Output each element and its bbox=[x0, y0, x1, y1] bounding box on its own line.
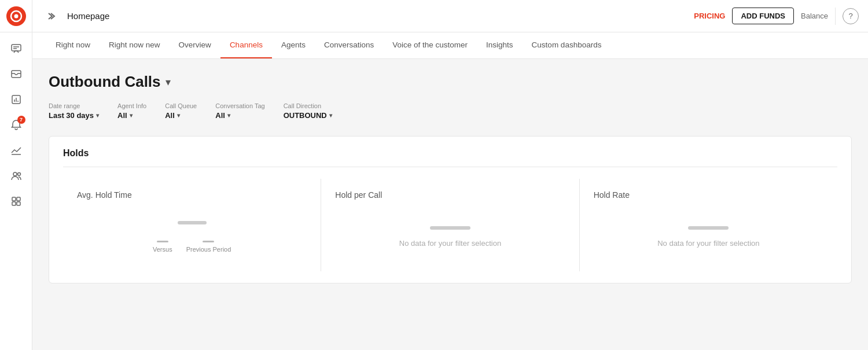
page-body: Outbound Calls ▾ Date range Last 30 days… bbox=[32, 59, 868, 350]
filter-call-direction-label: Call Direction bbox=[284, 102, 332, 109]
hold-rate-no-data: No data for your filter selection bbox=[657, 239, 759, 248]
svg-rect-16 bbox=[17, 202, 20, 205]
avg-hold-time-sub-row: Versus Previous Period bbox=[153, 241, 231, 253]
title-dropdown-icon[interactable]: ▾ bbox=[165, 76, 171, 89]
filter-call-direction-value[interactable]: OUTBOUND ▾ bbox=[284, 111, 332, 120]
logo-icon bbox=[6, 6, 26, 26]
holds-section-title: Holds bbox=[63, 148, 837, 167]
filter-agent-info-value[interactable]: All ▾ bbox=[117, 111, 146, 120]
tab-voice-of-customer[interactable]: Voice of the customer bbox=[383, 32, 477, 58]
balance-label: Balance bbox=[801, 12, 828, 20]
filter-call-queue: Call Queue All ▾ bbox=[165, 102, 197, 120]
svg-rect-13 bbox=[12, 197, 16, 201]
filter-conversation-tag: Conversation Tag All ▾ bbox=[215, 102, 264, 120]
pricing-link[interactable]: PRICING bbox=[694, 12, 725, 20]
sidebar-item-reports[interactable] bbox=[5, 88, 28, 111]
top-header: Homepage PRICING ADD FUNDS Balance ? bbox=[32, 0, 868, 32]
sidebar-logo[interactable] bbox=[0, 0, 32, 32]
tab-custom-dashboards[interactable]: Custom dashboards bbox=[523, 32, 611, 58]
metric-hold-per-call-title: Hold per Call bbox=[335, 190, 382, 200]
sidebar-item-analytics[interactable] bbox=[5, 139, 28, 162]
page-title: Outbound Calls bbox=[49, 73, 161, 91]
page-title-row: Outbound Calls ▾ bbox=[49, 73, 852, 91]
avg-hold-time-bar bbox=[178, 221, 207, 224]
svg-point-11 bbox=[13, 172, 17, 176]
notification-badge: 7 bbox=[17, 116, 25, 124]
svg-point-1 bbox=[14, 14, 18, 18]
expand-sidebar-button[interactable] bbox=[42, 7, 60, 25]
tab-overview[interactable]: Overview bbox=[170, 32, 220, 58]
header-divider bbox=[835, 8, 836, 25]
filter-conversation-tag-chevron: ▾ bbox=[227, 112, 230, 119]
sidebar-item-inbox[interactable] bbox=[5, 62, 28, 86]
metric-hold-rate-title: Hold Rate bbox=[594, 190, 630, 200]
previous-period-label: Previous Period bbox=[186, 246, 231, 253]
metric-hold-rate-content: No data for your filter selection bbox=[594, 213, 823, 260]
help-button[interactable]: ? bbox=[843, 8, 859, 24]
add-funds-button[interactable]: ADD FUNDS bbox=[732, 8, 794, 24]
filter-date-range: Date range Last 30 days ▾ bbox=[49, 102, 99, 120]
tab-right-now[interactable]: Right now bbox=[46, 32, 100, 58]
filter-date-range-value[interactable]: Last 30 days ▾ bbox=[49, 111, 99, 120]
metric-avg-hold-time-title: Avg. Hold Time bbox=[77, 190, 132, 200]
page-title-header: Homepage bbox=[67, 11, 687, 21]
tabs-bar: Right now Right now new Overview Channel… bbox=[32, 32, 868, 59]
filter-conversation-tag-label: Conversation Tag bbox=[215, 102, 264, 109]
tab-insights[interactable]: Insights bbox=[477, 32, 523, 58]
metric-hold-per-call: Hold per Call No data for your filter se… bbox=[321, 179, 579, 271]
sidebar-item-notifications[interactable]: 7 bbox=[5, 113, 28, 137]
metrics-grid: Avg. Hold Time Versus bbox=[63, 179, 837, 271]
tab-right-now-new[interactable]: Right now new bbox=[100, 32, 170, 58]
metric-hold-rate: Hold Rate No data for your filter select… bbox=[580, 179, 837, 271]
filter-call-direction: Call Direction OUTBOUND ▾ bbox=[284, 102, 332, 120]
versus-group: Versus bbox=[153, 241, 172, 253]
filter-call-queue-chevron: ▾ bbox=[177, 112, 180, 119]
filter-date-range-chevron: ▾ bbox=[96, 112, 99, 119]
sidebar: 7 bbox=[0, 0, 32, 350]
filter-call-queue-label: Call Queue bbox=[165, 102, 197, 109]
hold-per-call-bar bbox=[430, 226, 470, 230]
filter-agent-info: Agent Info All ▾ bbox=[117, 102, 146, 120]
svg-rect-2 bbox=[12, 45, 21, 51]
header-right: PRICING ADD FUNDS Balance ? bbox=[694, 8, 859, 25]
previous-period-dash bbox=[203, 241, 214, 242]
versus-dash bbox=[157, 241, 168, 242]
hold-per-call-no-data: No data for your filter selection bbox=[399, 239, 501, 248]
sidebar-item-chat[interactable] bbox=[5, 37, 28, 60]
page-content-area: Right now Right now new Overview Channel… bbox=[32, 32, 868, 350]
svg-point-12 bbox=[17, 173, 20, 176]
sidebar-nav: 7 bbox=[0, 32, 32, 213]
sidebar-item-team[interactable] bbox=[5, 164, 28, 187]
versus-label: Versus bbox=[153, 246, 172, 253]
metric-avg-hold-time-content: Versus Previous Period bbox=[77, 213, 307, 260]
metric-hold-per-call-content: No data for your filter selection bbox=[335, 213, 565, 260]
previous-period-group: Previous Period bbox=[186, 241, 231, 253]
tab-conversations[interactable]: Conversations bbox=[315, 32, 383, 58]
holds-section: Holds Avg. Hold Time Versus bbox=[49, 136, 852, 283]
filter-agent-info-label: Agent Info bbox=[117, 102, 146, 109]
svg-rect-15 bbox=[12, 202, 16, 205]
hold-rate-bar bbox=[688, 226, 729, 230]
tab-channels[interactable]: Channels bbox=[220, 32, 272, 58]
filter-call-queue-value[interactable]: All ▾ bbox=[165, 111, 197, 120]
svg-rect-14 bbox=[17, 197, 20, 201]
filter-agent-info-chevron: ▾ bbox=[130, 112, 133, 119]
sidebar-item-grid[interactable] bbox=[5, 190, 28, 213]
svg-rect-5 bbox=[12, 71, 21, 78]
metric-avg-hold-time: Avg. Hold Time Versus bbox=[63, 179, 321, 271]
filter-date-range-label: Date range bbox=[49, 102, 99, 109]
tab-agents[interactable]: Agents bbox=[272, 32, 315, 58]
filter-call-direction-chevron: ▾ bbox=[329, 112, 332, 119]
main-content: Homepage PRICING ADD FUNDS Balance ? Rig… bbox=[32, 0, 868, 350]
filters-row: Date range Last 30 days ▾ Agent Info All… bbox=[49, 102, 852, 120]
filter-conversation-tag-value[interactable]: All ▾ bbox=[215, 111, 264, 120]
